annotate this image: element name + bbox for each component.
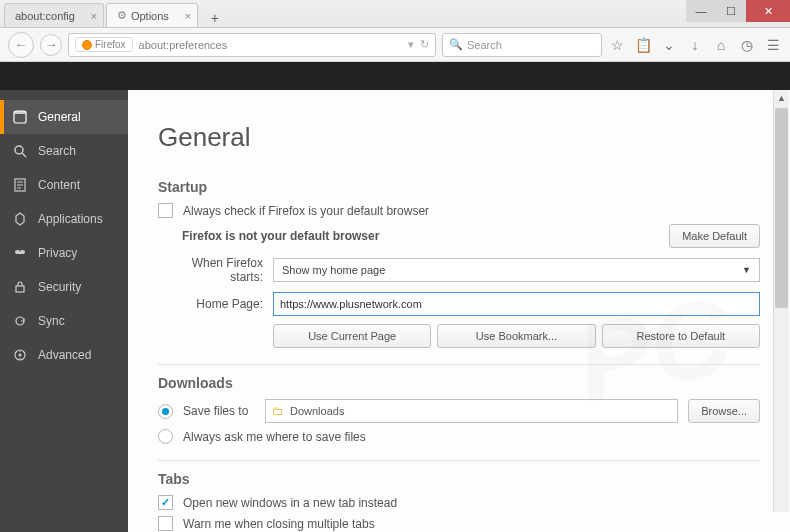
scroll-up-icon[interactable]: ▲ <box>774 90 789 106</box>
sidebar-item-label: Advanced <box>38 348 91 362</box>
toolbar-icons: ☆ 📋 ⌄ ↓ ⌂ ◷ ☰ <box>608 36 782 54</box>
page-title: General <box>158 122 760 153</box>
use-bookmark-button[interactable]: Use Bookmark... <box>437 324 595 348</box>
identity-badge[interactable]: Firefox <box>75 37 133 52</box>
general-icon <box>12 109 28 125</box>
sidebar-item-label: Search <box>38 144 76 158</box>
advanced-icon <box>12 347 28 363</box>
search-icon <box>12 143 28 159</box>
tab-options[interactable]: ⚙ Options × <box>106 3 198 27</box>
sync-icon <box>12 313 28 329</box>
history-icon[interactable]: ◷ <box>738 36 756 54</box>
home-page-input[interactable] <box>273 292 760 316</box>
maximize-button[interactable]: ☐ <box>716 0 746 22</box>
gear-icon: ⚙ <box>117 9 127 22</box>
use-current-button[interactable]: Use Current Page <box>273 324 431 348</box>
tabs-opt2-checkbox[interactable] <box>158 516 173 531</box>
privacy-icon <box>12 245 28 261</box>
firefox-icon <box>82 40 92 50</box>
save-to-label: Save files to <box>183 404 255 418</box>
sidebar-item-sync[interactable]: Sync <box>0 304 128 338</box>
make-default-button[interactable]: Make Default <box>669 224 760 248</box>
pocket-icon[interactable]: ⌄ <box>660 36 678 54</box>
minimize-button[interactable]: — <box>686 0 716 22</box>
sidebar-item-security[interactable]: Security <box>0 270 128 304</box>
divider <box>158 364 760 365</box>
tabstrip: about:config × ⚙ Options × + <box>0 0 686 27</box>
tabs-heading: Tabs <box>158 471 760 487</box>
lock-icon <box>12 279 28 295</box>
star-icon[interactable]: ☆ <box>608 36 626 54</box>
dropdown-icon[interactable]: ▾ <box>408 38 414 51</box>
sidebar-item-label: Applications <box>38 212 103 226</box>
header-blackbar <box>0 62 790 90</box>
sidebar-item-label: Content <box>38 178 80 192</box>
home-page-label: Home Page: <box>158 297 263 311</box>
when-starts-select[interactable]: Show my home page ▼ <box>273 258 760 282</box>
new-tab-button[interactable]: + <box>204 9 226 27</box>
svg-line-3 <box>22 153 26 157</box>
svg-point-2 <box>15 146 23 154</box>
search-bar[interactable]: 🔍 Search <box>442 33 602 57</box>
close-icon[interactable]: × <box>91 10 97 22</box>
sidebar: General Search Content Applications Priv… <box>0 90 128 532</box>
check-default-label: Always check if Firefox is your default … <box>183 204 429 218</box>
sidebar-item-label: Security <box>38 280 81 294</box>
clipboard-icon[interactable]: 📋 <box>634 36 652 54</box>
sidebar-item-content[interactable]: Content <box>0 168 128 202</box>
sidebar-item-search[interactable]: Search <box>0 134 128 168</box>
search-icon: 🔍 <box>449 38 463 51</box>
svg-point-10 <box>19 354 22 357</box>
url-bar[interactable]: Firefox about:preferences ▾ ↻ <box>68 33 436 57</box>
vertical-scrollbar[interactable]: ▲ <box>773 90 789 512</box>
identity-label: Firefox <box>95 39 126 50</box>
url-text: about:preferences <box>139 39 402 51</box>
main-area: General Search Content Applications Priv… <box>0 90 790 532</box>
downloads-heading: Downloads <box>158 375 760 391</box>
tabs-opt1-checkbox[interactable] <box>158 495 173 510</box>
tabs-opt1-label: Open new windows in a new tab instead <box>183 496 397 510</box>
startup-heading: Startup <box>158 179 760 195</box>
close-icon[interactable]: × <box>184 10 190 22</box>
divider <box>158 460 760 461</box>
check-default-checkbox[interactable] <box>158 203 173 218</box>
close-button[interactable]: ✕ <box>746 0 790 22</box>
reload-icon[interactable]: ↻ <box>420 38 429 51</box>
download-icon[interactable]: ↓ <box>686 36 704 54</box>
search-placeholder: Search <box>467 39 502 51</box>
tab-about-config[interactable]: about:config × <box>4 3 104 27</box>
applications-icon <box>12 211 28 227</box>
forward-button[interactable]: → <box>40 34 62 56</box>
download-path-field[interactable]: 🗀 Downloads <box>265 399 678 423</box>
sidebar-item-privacy[interactable]: Privacy <box>0 236 128 270</box>
content-icon <box>12 177 28 193</box>
navbar: ← → Firefox about:preferences ▾ ↻ 🔍 Sear… <box>0 28 790 62</box>
restore-default-button[interactable]: Restore to Default <box>602 324 760 348</box>
tab-label: Options <box>131 10 169 22</box>
svg-rect-8 <box>16 286 24 292</box>
browse-button[interactable]: Browse... <box>688 399 760 423</box>
home-icon[interactable]: ⌂ <box>712 36 730 54</box>
sidebar-item-label: Privacy <box>38 246 77 260</box>
folder-icon: 🗀 <box>272 404 284 418</box>
tabs-opt2-label: Warn me when closing multiple tabs <box>183 517 375 531</box>
menu-icon[interactable]: ☰ <box>764 36 782 54</box>
when-starts-label: When Firefox starts: <box>158 256 263 284</box>
sidebar-item-advanced[interactable]: Advanced <box>0 338 128 372</box>
always-ask-radio[interactable] <box>158 429 173 444</box>
svg-rect-1 <box>14 111 26 114</box>
scrollbar-thumb[interactable] <box>775 108 788 308</box>
save-to-radio[interactable] <box>158 404 173 419</box>
select-value: Show my home page <box>282 264 385 276</box>
not-default-text: Firefox is not your default browser <box>182 229 379 243</box>
titlebar: about:config × ⚙ Options × + — ☐ ✕ <box>0 0 790 28</box>
chevron-down-icon: ▼ <box>742 265 751 275</box>
sidebar-item-label: General <box>38 110 81 124</box>
sidebar-item-applications[interactable]: Applications <box>0 202 128 236</box>
back-button[interactable]: ← <box>8 32 34 58</box>
download-path-text: Downloads <box>290 405 344 417</box>
sidebar-item-general[interactable]: General <box>0 100 128 134</box>
sidebar-item-label: Sync <box>38 314 65 328</box>
tab-label: about:config <box>15 10 75 22</box>
always-ask-label: Always ask me where to save files <box>183 430 366 444</box>
